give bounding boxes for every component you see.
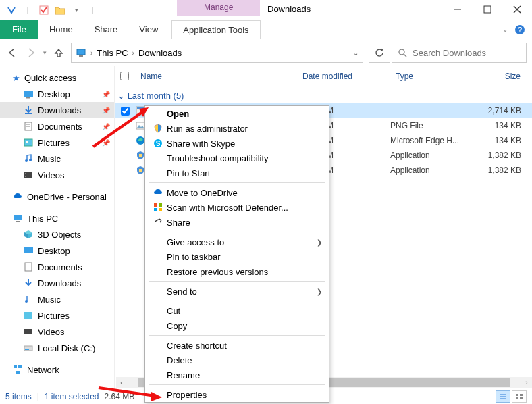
nav-downloads[interactable]: Downloads📌 [0,102,114,118]
svg-rect-27 [24,312,32,319]
down-arrow-icon [5,5,18,15]
nav-pc-music[interactable]: Music [0,291,114,307]
svg-text:S: S [156,140,161,147]
home-tab[interactable]: Home [38,20,84,39]
status-selected-count: 1 item selected [45,392,99,401]
history-dropdown-icon[interactable]: ▾ [43,49,47,56]
svg-point-7 [399,49,404,55]
breadcrumb-this-pc[interactable]: This PC [97,48,128,58]
address-bar[interactable]: › This PC › Downloads ⌄ [71,43,363,63]
nav-pc-downloads[interactable]: Downloads [0,275,114,291]
select-all-checkbox[interactable] [120,72,129,80]
column-type[interactable]: Type [390,72,473,81]
breadcrumb-downloads[interactable]: Downloads [138,48,182,58]
menu-delete[interactable]: Delete [145,353,329,368]
row-size: 1,382 KB [473,151,532,160]
menu-pin-taskbar[interactable]: Pin to taskbar [145,249,329,264]
menu-share-skype[interactable]: SShare with Skype [145,136,329,151]
menu-create-shortcut[interactable]: Create shortcut [145,338,329,353]
svg-rect-22 [14,215,22,220]
menu-give-access[interactable]: Give access to❯ [145,234,329,249]
nav-3d-objects[interactable]: 3D Objects [0,226,114,243]
nav-pc-desktop[interactable]: Desktop [0,243,114,259]
nav-desktop[interactable]: Desktop📌 [0,86,114,102]
file-tab[interactable]: File [0,20,38,39]
nav-onedrive[interactable]: OneDrive - Personal [27,192,107,202]
svg-rect-31 [14,365,17,368]
svg-text:?: ? [518,26,523,34]
address-dropdown-icon[interactable]: ⌄ [353,49,358,57]
svg-rect-6 [79,55,83,57]
scroll-left-button[interactable]: ‹ [116,379,127,386]
ribbon-expand-icon[interactable]: ⌄ [502,26,508,33]
nav-network[interactable]: Network [27,365,59,375]
svg-point-16 [26,141,28,143]
pin-icon: 📌 [102,139,110,147]
menu-scan-defender[interactable]: Scan with Microsoft Defender... [145,200,329,215]
back-button[interactable] [5,46,19,59]
maximize-button[interactable] [473,0,502,19]
menu-run-as-admin[interactable]: Run as administrator [145,121,329,136]
application-tools-tab[interactable]: Application Tools [171,20,260,39]
chevron-right-icon: ❯ [317,288,322,295]
group-header[interactable]: ⌄ Last month (5) [115,86,532,103]
column-name[interactable]: Name [135,72,297,81]
nav-pc-pictures[interactable]: Pictures [0,307,114,324]
column-date[interactable]: Date modified [297,72,390,81]
menu-copy[interactable]: Copy [145,318,329,333]
nav-this-pc[interactable]: This PC [27,213,58,224]
cloud-icon [12,191,23,202]
svg-rect-33 [16,371,20,374]
menu-send-to[interactable]: Send to❯ [145,284,329,299]
nav-label: Music [38,295,61,305]
nav-label: Videos [38,170,65,180]
column-size[interactable]: Size [473,72,532,81]
qat-dropdown-icon[interactable]: ▾ [70,5,82,15]
checkbox-icon[interactable] [38,5,50,15]
view-tab[interactable]: View [128,20,169,39]
svg-rect-25 [25,263,32,271]
minimize-button[interactable] [443,0,473,19]
nav-pc-documents[interactable]: Documents [0,259,114,275]
svg-rect-28 [24,329,32,334]
nav-music[interactable]: Music [0,151,114,167]
refresh-button[interactable] [369,43,390,63]
svg-rect-21 [25,176,26,177]
share-tab[interactable]: Share [84,20,129,39]
folder-icon[interactable] [54,5,66,15]
row-type: PNG File [390,121,473,130]
nav-videos[interactable]: Videos [0,167,114,183]
scroll-right-button[interactable]: › [521,379,532,386]
icons-view-button[interactable] [512,390,527,403]
nav-pc-videos[interactable]: Videos [0,324,114,340]
row-checkbox[interactable] [121,107,130,116]
forward-button[interactable] [24,46,38,59]
nav-pictures[interactable]: Pictures📌 [0,134,114,151]
help-icon[interactable]: ? [514,24,525,35]
menu-rename[interactable]: Rename [145,368,329,382]
menu-open[interactable]: Open [145,106,329,121]
status-item-count: 5 items [5,392,32,401]
menu-move-onedrive[interactable]: Move to OneDrive [145,185,329,200]
nav-documents[interactable]: Documents📌 [0,118,114,134]
search-input[interactable] [413,48,526,58]
nav-local-disk[interactable]: Local Disk (C:) [0,340,114,356]
menu-properties[interactable]: Properties [145,387,329,402]
close-button[interactable] [502,0,532,19]
svg-rect-15 [24,139,32,146]
search-box[interactable] [392,43,527,63]
details-view-button[interactable] [496,390,510,403]
menu-restore-versions[interactable]: Restore previous versions [145,264,329,279]
svg-rect-56 [520,397,523,399]
row-size: 1,382 KB [473,166,532,175]
up-button[interactable] [52,46,65,59]
menu-cut[interactable]: Cut [145,303,329,318]
navigation-pane[interactable]: ★Quick access Desktop📌 Downloads📌 Docume… [0,66,115,388]
menu-pin-start[interactable]: Pin to Start [145,166,329,180]
menu-troubleshoot[interactable]: Troubleshoot compatibility [145,151,329,166]
quick-access-header[interactable]: Quick access [24,73,76,83]
manage-contextual-tab[interactable]: Manage [177,0,260,16]
row-type: Application [390,166,473,175]
nav-label: Pictures [38,311,70,321]
menu-share[interactable]: Share [145,215,329,230]
